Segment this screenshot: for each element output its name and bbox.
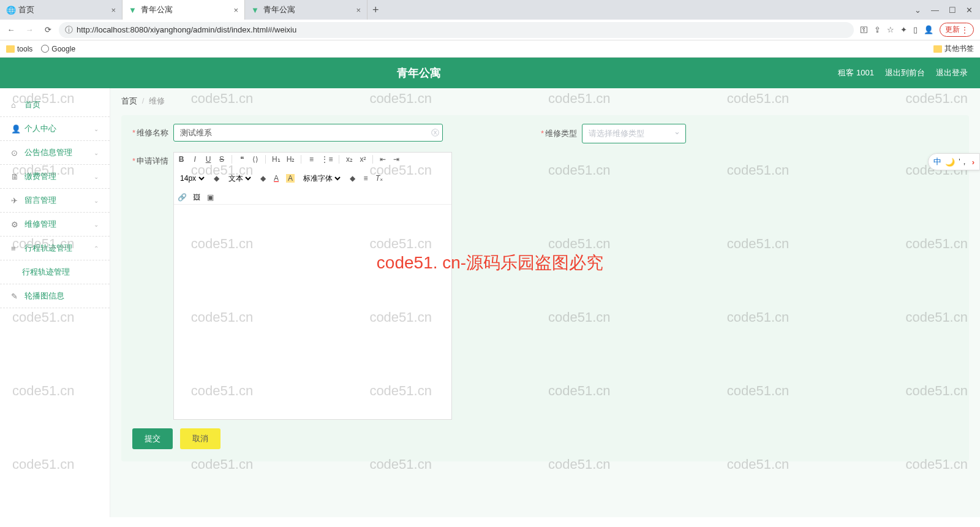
breadcrumb-home[interactable]: 首页 [121,96,137,105]
close-window-icon[interactable]: ✕ [966,6,973,15]
home-icon: ⌂ [11,100,20,110]
image-icon[interactable]: 🖼 [193,193,200,202]
ul-icon[interactable]: ⋮≡ [321,155,333,164]
share-icon[interactable]: ⇪ [874,25,881,34]
h2-icon[interactable]: H₂ [287,155,295,164]
update-button[interactable]: 更新 ⋮ [940,23,974,37]
sidebar-item-personal[interactable]: 👤 个人中心 ⌄ [0,117,110,141]
forward-icon[interactable]: → [22,23,37,37]
key-icon[interactable]: ⚿ [860,25,868,34]
logout-link[interactable]: 退出登录 [936,67,968,78]
indent-icon[interactable]: ⇤ [379,155,386,164]
align-icon[interactable]: ≡ [362,174,369,183]
editor-toolbar: B I U S ❝ ⟨⟩ H₁ H₂ ≡ ⋮≡ [174,153,451,205]
fontsize-select[interactable]: 14px [178,173,206,183]
chevron-up-icon: ⌃ [94,245,99,252]
browser-tab[interactable]: ▼ 青年公寓 × [123,0,245,20]
strike-icon[interactable]: S [218,155,225,164]
maximize-icon[interactable]: ☐ [949,6,956,15]
globe-icon [41,45,49,53]
cancel-button[interactable]: 取消 [180,428,221,449]
close-icon[interactable]: × [111,6,116,15]
tab-title: 青年公寓 [141,4,173,15]
sidebar-item-message[interactable]: ✈ 留言管理 ⌄ [0,189,110,213]
bold-icon[interactable]: B [178,155,185,164]
bgcolor-icon[interactable]: A [286,174,295,183]
moon-icon[interactable]: 🌙 [945,157,955,167]
globe-icon: 🌐 [6,6,15,14]
profile-icon[interactable]: 👤 [924,25,933,34]
panel-icon[interactable]: ▯ [913,25,918,34]
repair-name-input[interactable] [173,124,443,142]
address-bar: ← → ⟳ ⓘ http://localhost:8080/xiyanghong… [0,20,980,40]
sidebar: ⌂ 首页 👤 个人中心 ⌄ ⊙ 公告信息管理 ⌄ 🗎 缴费管理 ⌄ ✈ 留言管理… [0,88,110,517]
breadcrumb-current: 维修 [149,96,165,105]
link-icon[interactable]: 🔗 [178,193,187,202]
user-label[interactable]: 租客 1001 [838,67,874,78]
extension-icon[interactable]: ✦ [900,25,907,34]
list-icon: ≡ [11,244,20,253]
minimize-icon[interactable]: — [931,6,939,15]
code-icon[interactable]: ⟨⟩ [252,155,259,164]
url-text: http://localhost:8080/xiyanghong/admin/d… [77,25,848,34]
dropdown-icon[interactable]: ⌄ [914,6,921,15]
image-icon: ✎ [11,292,20,301]
sidebar-item-fee[interactable]: 🗎 缴费管理 ⌄ [0,165,110,189]
app-header: 青年公寓 租客 1001 退出到前台 退出登录 [0,58,980,88]
quote-icon[interactable]: ❝ [238,155,246,164]
other-bookmarks[interactable]: 其他书签 [933,44,974,54]
clipboard-icon: 🗎 [11,172,20,181]
editor-body[interactable] [174,205,451,419]
bookmark-tools[interactable]: tools [6,45,32,53]
back-icon[interactable]: ← [4,23,18,37]
gear-icon: ⚙ [11,220,20,229]
form-card: *维修名称 ⓧ *维修类型 请选择维修类型 *申请详情 B [121,115,969,461]
video-icon[interactable]: ▣ [206,193,214,202]
sidebar-item-track-sub[interactable]: 行程轨迹管理 [0,260,110,284]
chevron-down-icon: ⌄ [94,197,99,204]
clock-icon: ⊙ [11,148,20,157]
field-repair-type: *维修类型 请选择维修类型 [541,124,686,143]
ol-icon[interactable]: ≡ [307,155,315,164]
underline-icon[interactable]: U [205,155,212,164]
tab-title: 青年公寓 [263,4,295,15]
chevron-down-icon: ⌄ [94,221,99,228]
style-select[interactable]: 文本 [226,173,253,183]
ime-widget[interactable]: 中 🌙 '， › [928,153,980,170]
rich-text-editor[interactable]: B I U S ❝ ⟨⟩ H₁ H₂ ≡ ⋮≡ [173,152,452,420]
browser-tab[interactable]: 🌐 首页 × [0,0,123,20]
url-field[interactable]: ⓘ http://localhost:8080/xiyanghong/admin… [59,22,854,38]
sup-icon[interactable]: x² [359,155,366,164]
clear-icon[interactable]: ⓧ [431,127,439,138]
field-repair-name: *维修名称 ⓧ [132,124,443,142]
user-icon: 👤 [11,124,20,134]
sidebar-item-repair[interactable]: ⚙ 维修管理 ⌄ [0,213,110,237]
sub-icon[interactable]: x₂ [345,155,353,164]
chevron-down-icon: ⌄ [94,173,99,180]
submit-button[interactable]: 提交 [132,428,173,449]
bookmark-google[interactable]: Google [41,45,75,53]
h1-icon[interactable]: H₁ [272,155,281,164]
sidebar-item-carousel[interactable]: ✎ 轮播图信息 [0,284,110,308]
bookmark-bar: tools Google 其他书签 [0,40,980,58]
info-icon[interactable]: ⓘ [65,25,73,36]
sidebar-item-track[interactable]: ≡ 行程轨迹管理 ⌃ [0,237,110,260]
clear-format-icon[interactable]: Tₓ [375,174,383,183]
outdent-icon[interactable]: ⇥ [393,155,400,164]
close-icon[interactable]: × [233,6,238,15]
close-icon[interactable]: × [356,6,361,15]
tab-title: 首页 [18,4,34,15]
repair-type-select[interactable]: 请选择维修类型 [582,124,686,143]
reload-icon[interactable]: ⟳ [40,23,55,37]
textcolor-icon[interactable]: A [273,174,280,183]
sidebar-item-home[interactable]: ⌂ 首页 [0,93,110,117]
breadcrumb: 首页 / 维修 [121,96,969,107]
sidebar-item-notice[interactable]: ⊙ 公告信息管理 ⌄ [0,141,110,165]
new-tab-button[interactable]: + [368,4,384,17]
browser-tab[interactable]: ▼ 青年公寓 × [245,0,368,20]
italic-icon[interactable]: I [191,155,198,164]
star-icon[interactable]: ☆ [887,25,894,34]
fontfamily-select[interactable]: 标准字体 [301,173,342,183]
exit-to-front-link[interactable]: 退出到前台 [885,67,925,78]
arrow-right-icon[interactable]: › [972,157,974,167]
